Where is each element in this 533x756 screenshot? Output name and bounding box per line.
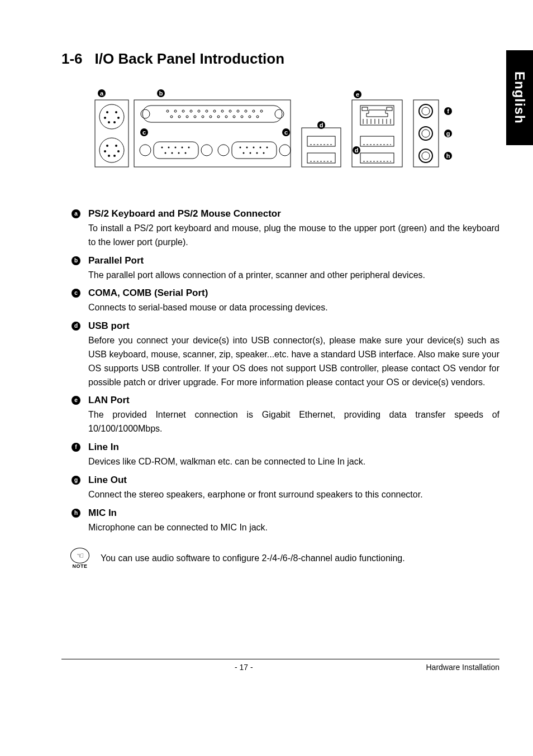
svg-point-41 [241,116,243,118]
item-lineout: g Line Out Connect the stereo speakers, … [72,475,499,502]
svg-point-27 [229,110,231,112]
svg-point-60 [240,147,241,149]
diagram-label-c1: c [142,129,146,136]
svg-rect-78 [360,106,394,125]
svg-point-56 [185,152,187,154]
svg-point-40 [233,116,235,118]
svg-rect-80 [387,107,392,111]
svg-point-35 [194,116,196,118]
item-body: To install a PS/2 port keyboard and mous… [88,222,499,250]
item-title: Line In [88,442,119,453]
svg-point-34 [186,116,188,118]
item-ps2: a PS/2 Keyboard and PS/2 Mouse Connector… [72,208,499,250]
svg-point-38 [217,116,220,118]
bullet-icon: a [72,209,80,218]
svg-point-65 [243,152,245,154]
svg-rect-46 [154,142,198,159]
item-lan: e LAN Port The provided Internet connect… [72,395,499,436]
diagram-label-b: b [159,90,163,97]
svg-point-22 [190,110,192,112]
svg-rect-58 [232,142,277,159]
diagram-label-a: a [100,90,104,97]
svg-point-5 [104,117,106,119]
bullet-icon: g [72,476,80,485]
svg-point-13 [108,155,110,157]
svg-point-59 [279,145,291,156]
item-serial: c COMA, COMB (Serial Port) Connects to s… [72,288,499,315]
svg-point-6 [117,117,120,119]
item-usb: d USB port Before you connect your devic… [72,320,499,389]
svg-point-66 [250,152,251,154]
svg-point-18 [275,109,284,118]
svg-point-57 [218,145,229,156]
svg-point-14 [113,155,116,157]
svg-point-50 [175,147,177,149]
svg-point-10 [115,145,117,147]
bullet-icon: c [72,289,80,298]
item-body: Connect the stereo speakers, earphone or… [88,488,499,502]
svg-point-7 [108,121,110,123]
diagram-label-d2: d [355,147,359,154]
svg-point-3 [106,111,108,113]
item-title: LAN Port [88,395,130,406]
svg-point-51 [182,147,183,149]
descriptions-list: a PS/2 Keyboard and PS/2 Mouse Connector… [72,208,499,534]
svg-point-23 [198,110,200,112]
diagram-label-e: e [356,91,359,98]
item-body: Devices like CD-ROM, walkman etc. can be… [88,455,499,469]
item-micin: h MIC In Microphone can be connected to … [72,508,499,535]
svg-point-64 [266,147,268,149]
svg-point-99 [422,130,430,137]
section-number: 1-6 [61,50,83,67]
svg-point-26 [221,110,223,112]
bullet-icon: d [72,322,80,331]
svg-point-37 [210,116,212,118]
svg-point-11 [104,150,106,152]
svg-rect-95 [413,100,439,167]
svg-point-67 [256,152,258,154]
item-body: Connects to serial-based mouse or data p… [88,301,499,315]
svg-rect-79 [362,107,368,111]
svg-point-39 [225,116,227,118]
svg-point-2 [99,138,124,162]
svg-point-24 [206,110,208,112]
note-label: NOTE [65,563,95,569]
page-footer: - 17 - Hardware Installation [61,659,499,672]
item-body: The parallel port allows connection of a… [88,269,499,283]
svg-point-36 [202,116,204,118]
svg-point-53 [165,152,166,154]
svg-point-9 [106,145,108,147]
item-body: The provided Internet connection is Giga… [88,408,499,436]
svg-point-42 [249,116,251,118]
svg-point-8 [113,121,116,123]
svg-point-54 [172,152,173,154]
svg-point-33 [178,116,180,118]
svg-point-100 [419,149,432,162]
bullet-icon: f [72,443,80,452]
item-parallel: b Parallel Port The parallel port allows… [72,255,499,283]
bullet-icon: b [72,256,80,265]
section-heading: 1-6I/O Back Panel Introduction [61,50,499,68]
item-title: MIC In [88,508,117,519]
svg-rect-16 [134,100,291,167]
svg-point-43 [256,116,259,118]
svg-point-48 [161,147,163,149]
svg-point-47 [201,145,212,156]
svg-point-30 [253,110,255,112]
note-hand-icon: ☜ [70,548,89,563]
item-title: Line Out [88,475,127,486]
svg-point-61 [246,147,248,149]
svg-point-68 [263,152,265,154]
diagram-label-g: g [446,130,450,137]
io-panel-diagram: a b [78,83,499,175]
item-body: Before you connect your device(s) into U… [88,334,499,389]
svg-point-62 [253,147,255,149]
diagram-label-d1: d [320,122,323,128]
svg-point-31 [260,110,263,112]
svg-point-96 [419,104,432,118]
item-title: USB port [88,320,130,332]
diagram-label-h: h [446,152,450,159]
bullet-icon: e [72,396,80,405]
svg-point-55 [178,152,180,154]
svg-point-12 [117,150,120,152]
